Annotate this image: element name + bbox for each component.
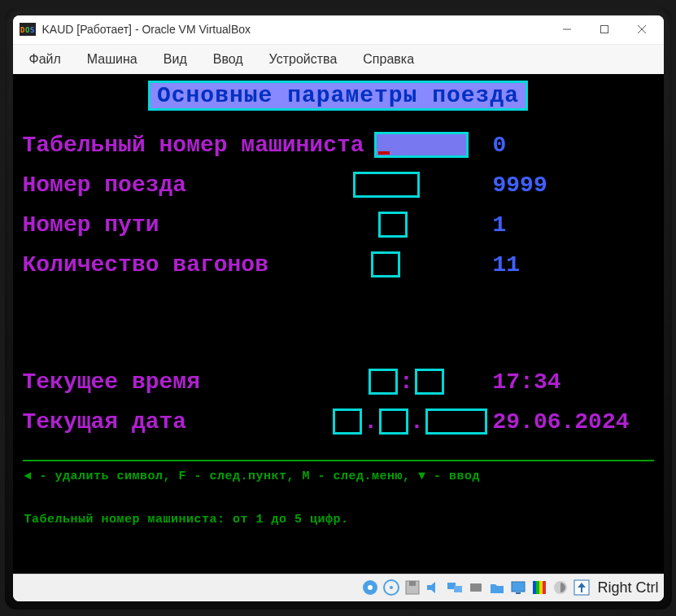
input-date-dd[interactable] <box>333 408 362 435</box>
svg-rect-20 <box>533 581 536 594</box>
input-track-no[interactable] <box>378 212 408 238</box>
menu-devices[interactable]: Устройства <box>256 47 351 72</box>
value-track-no: 1 <box>493 212 591 238</box>
input-time-mm[interactable] <box>415 369 444 395</box>
cpu-icon[interactable] <box>552 579 569 596</box>
date-separator-2: . <box>408 409 425 435</box>
svg-rect-22 <box>539 581 543 594</box>
close-button[interactable] <box>623 16 661 42</box>
svg-point-11 <box>390 586 393 589</box>
field-hint: Табельный номер машиниста: от 1 до 5 циф… <box>18 483 659 526</box>
input-date-mm[interactable] <box>379 408 408 435</box>
virtualbox-window: D O S KAUD [Работает] - Oracle VM Virtua… <box>13 15 664 601</box>
time-separator: : <box>398 369 415 395</box>
value-driver-id: 0 <box>493 133 591 158</box>
host-key-icon[interactable] <box>573 579 591 596</box>
svg-marker-14 <box>427 582 435 593</box>
menu-view[interactable]: Вид <box>150 47 200 72</box>
date-separator-1: . <box>362 409 379 435</box>
label-wagons: Количество вагонов <box>23 252 268 277</box>
input-wagons[interactable] <box>371 251 400 277</box>
label-driver-id: Табельный номер машиниста <box>23 133 364 158</box>
value-date: 29.06.2024 <box>493 409 630 435</box>
svg-rect-17 <box>470 583 482 592</box>
menu-help[interactable]: Справка <box>350 47 427 72</box>
input-driver-id[interactable] <box>374 132 469 158</box>
hard-disk-icon[interactable] <box>361 579 379 596</box>
value-train-no: 9999 <box>493 173 591 198</box>
floppy-icon[interactable] <box>403 579 421 596</box>
maximize-button[interactable] <box>586 16 623 42</box>
value-wagons: 11 <box>493 252 591 277</box>
optical-drive-icon[interactable] <box>382 579 400 596</box>
window-title: KAUD [Работает] - Oracle VM VirtualBox <box>42 23 548 36</box>
menu-file[interactable]: Файл <box>16 47 74 72</box>
train-params-form: Табельный номер машиниста 0 Номер поезда… <box>18 111 659 442</box>
menubar: Файл Машина Вид Ввод Устройства Справка <box>13 45 664 74</box>
network-icon[interactable] <box>446 579 464 596</box>
audio-icon[interactable] <box>425 579 443 596</box>
svg-rect-16 <box>454 586 462 592</box>
guest-screen[interactable]: Основные параметры поезда Табельный номе… <box>13 74 664 574</box>
label-date: Текущая дата <box>23 409 187 435</box>
label-train-no: Номер поезда <box>23 173 187 198</box>
input-train-no[interactable] <box>353 172 420 198</box>
minimize-button[interactable] <box>548 16 586 42</box>
svg-text:S: S <box>30 26 34 34</box>
screen-title: Основные параметры поезда <box>148 81 528 111</box>
vm-statusbar: Right Ctrl <box>13 574 664 601</box>
input-date-yyyy[interactable] <box>425 408 487 435</box>
svg-rect-21 <box>536 581 539 594</box>
app-icon: D O S <box>20 21 36 37</box>
svg-rect-18 <box>512 582 525 592</box>
host-key-label: Right Ctrl <box>594 579 658 596</box>
menu-input[interactable]: Ввод <box>200 47 256 72</box>
svg-rect-5 <box>600 26 608 33</box>
svg-rect-13 <box>409 581 416 586</box>
svg-rect-23 <box>543 581 546 594</box>
label-track-no: Номер пути <box>23 212 159 238</box>
value-time: 17:34 <box>493 369 591 395</box>
input-time-hh[interactable] <box>369 369 398 395</box>
help-line: ◄ - удалить символ, F - след.пункт, M - … <box>18 461 659 483</box>
svg-rect-19 <box>516 592 521 594</box>
display-icon[interactable] <box>509 579 527 596</box>
shared-folder-icon[interactable] <box>488 579 506 596</box>
menu-machine[interactable]: Машина <box>74 47 150 72</box>
svg-point-9 <box>368 585 373 590</box>
recording-icon[interactable] <box>530 579 548 596</box>
usb-icon[interactable] <box>467 579 485 596</box>
label-time: Текущее время <box>23 369 200 395</box>
titlebar: D O S KAUD [Работает] - Oracle VM Virtua… <box>13 15 664 45</box>
